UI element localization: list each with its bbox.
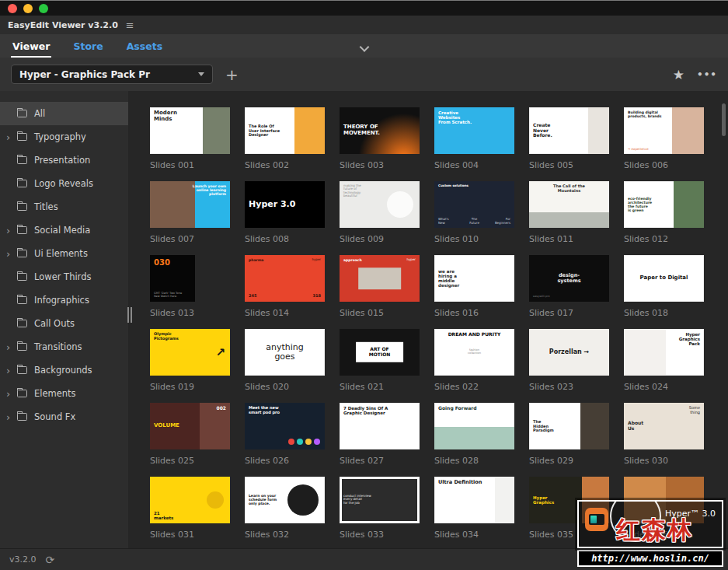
slide-item[interactable]: 21 marketsSlides 031 — [150, 477, 230, 540]
slide-thumbnail[interactable]: Custom solutionsWhat's NewThe FutureFor … — [434, 181, 514, 228]
slide-thumbnail[interactable]: Create Never Before. — [529, 107, 609, 154]
slide-thumbnail[interactable]: eco-friendly architecture the future is … — [624, 181, 704, 228]
zoom-window-button[interactable] — [39, 4, 48, 13]
slide-item[interactable]: THEORY OF MOVEMENT.Slides 003 — [340, 107, 420, 170]
slide-thumbnail[interactable]: conduct interview every detail for the j… — [340, 477, 420, 523]
sidebar-item-logo-reveals[interactable]: Logo Reveals — [0, 172, 128, 195]
minimize-window-button[interactable] — [23, 4, 33, 13]
slide-thumbnail[interactable]: DREAM AND PURITYfashion collection — [434, 329, 514, 376]
chevron-right-icon[interactable]: › — [6, 389, 10, 399]
pack-selector-dropdown[interactable]: Hyper - Graphics Pack Pr — [11, 65, 213, 84]
sidebar-item-typography[interactable]: ›Typography — [0, 125, 128, 149]
slide-item[interactable]: About UsSome thingSlides 030 — [624, 403, 704, 466]
sidebar-item-elements[interactable]: ›Elements — [0, 382, 128, 405]
slide-thumbnail[interactable]: 7 Deadly Sins Of A Graphic Designer — [340, 403, 420, 449]
slide-item[interactable]: we are hiring a middle designerSlides 01… — [434, 255, 514, 318]
slide-item[interactable]: Porzellan →Slides 023 — [529, 329, 609, 392]
slide-thumbnail[interactable]: Modern Minds — [150, 107, 230, 154]
slide-item[interactable]: 7 Deadly Sins Of A Graphic DesignerSlide… — [340, 403, 420, 466]
sidebar-item-call-outs[interactable]: Call Outs — [0, 312, 128, 335]
slide-thumbnail[interactable]: VOLUME002 — [150, 403, 230, 449]
slide-item[interactable]: Hyper Graphics PackSlides 024 — [624, 329, 704, 392]
slide-item[interactable]: VOLUME002Slides 025 — [150, 403, 230, 466]
slide-thumbnail[interactable]: Learn on your schedule form only place. — [245, 477, 325, 523]
sidebar-item-presentation[interactable]: Presentation — [0, 149, 128, 172]
slide-thumbnail[interactable]: approachhyper — [340, 255, 420, 302]
slide-item[interactable]: DREAM AND PURITYfashion collectionSlides… — [434, 329, 514, 392]
slide-thumbnail[interactable]: pharmahyper245318 — [245, 255, 325, 302]
slide-item[interactable]: Meet the new smart pod proSlides 026 — [245, 403, 325, 466]
slide-item[interactable]: Ultra DefinitionSlides 034 — [434, 477, 514, 540]
chevron-right-icon[interactable]: › — [6, 342, 10, 352]
slide-thumbnail[interactable]: anything goes — [245, 329, 325, 376]
slide-thumbnail[interactable]: Hyper Graphics Pack — [624, 329, 704, 376]
slide-thumbnail[interactable]: Paper to Digital — [624, 255, 704, 302]
slide-item[interactable]: Launch your own online learning platform… — [150, 181, 230, 244]
slide-item[interactable]: design- systemseasyedit.proSlides 017 — [529, 255, 609, 318]
slide-item[interactable]: ART OF MOTIONSlides 021 — [340, 329, 420, 392]
chevron-right-icon[interactable]: › — [6, 249, 10, 259]
slide-item[interactable]: Building digital products, brands→ exper… — [624, 107, 704, 170]
slide-item[interactable]: Create Never Before.Slides 005 — [529, 107, 609, 170]
slide-item[interactable]: anything goesSlides 020 — [245, 329, 325, 392]
slide-thumbnail[interactable]: Launch your own online learning platform — [150, 181, 230, 228]
tab-viewer[interactable]: Viewer — [11, 35, 51, 58]
favorite-star-icon[interactable]: ★ — [673, 67, 684, 82]
slide-item[interactable]: Olympic Pictograms↗Slides 019 — [150, 329, 230, 392]
more-options-icon[interactable]: ••• — [697, 69, 717, 80]
slide-thumbnail[interactable]: making the future of technology beautifu… — [340, 181, 420, 228]
add-pack-button[interactable]: + — [225, 67, 239, 82]
slide-item[interactable]: Modern MindsSlides 001 — [150, 107, 230, 170]
slide-thumbnail[interactable]: The Role Of User Interface Designer — [245, 107, 325, 154]
slide-item[interactable]: conduct interview every detail for the j… — [340, 477, 420, 540]
chevron-right-icon[interactable]: › — [6, 365, 10, 376]
vertical-scrollbar[interactable] — [722, 103, 726, 136]
slide-item[interactable]: Hyper 3.0Slides 008 — [245, 181, 325, 244]
slide-item[interactable]: The Call of the MountainsSlides 011 — [529, 181, 609, 244]
sidebar-item-all[interactable]: All — [0, 102, 128, 125]
chevron-right-icon[interactable]: › — [6, 226, 10, 236]
tab-store[interactable]: Store — [71, 35, 104, 58]
slide-item[interactable]: making the future of technology beautifu… — [340, 181, 420, 244]
slide-thumbnail[interactable]: design- systemseasyedit.pro — [529, 255, 609, 302]
slide-item[interactable]: Custom solutionsWhat's NewThe FutureFor … — [434, 181, 514, 244]
refresh-icon[interactable]: ⟳ — [46, 554, 55, 566]
slide-item[interactable]: Creative Websites From Scratch.Slides 00… — [434, 107, 514, 170]
chevron-right-icon[interactable]: › — [6, 132, 10, 142]
sidebar-item-transitions[interactable]: ›Transitions — [0, 335, 128, 358]
tab-assets[interactable]: Assets — [125, 35, 164, 58]
slide-thumbnail[interactable]: we are hiring a middle designer — [434, 255, 514, 302]
slide-thumbnail[interactable]: Porzellan → — [529, 329, 609, 376]
slide-thumbnail[interactable]: Going Forward — [434, 403, 514, 449]
sidebar-item-sound-fx[interactable]: ›Sound Fx — [0, 405, 128, 428]
chevron-down-icon[interactable] — [359, 42, 369, 52]
slide-item[interactable]: Paper to DigitalSlides 018 — [624, 255, 704, 318]
slide-item[interactable]: 030GMT 'Dark' Two Tone New Watch HereSli… — [150, 255, 230, 318]
close-window-button[interactable] — [8, 4, 17, 13]
slide-item[interactable]: The Role Of User Interface DesignerSlide… — [245, 107, 325, 170]
slide-thumbnail[interactable]: ART OF MOTION — [340, 329, 420, 376]
slide-item[interactable]: Going ForwardSlides 028 — [434, 403, 514, 466]
slide-thumbnail[interactable]: Creative Websites From Scratch. — [434, 107, 514, 154]
slide-thumbnail[interactable]: Hyper 3.0 — [245, 181, 325, 228]
slide-thumbnail[interactable]: Meet the new smart pod pro — [245, 403, 325, 449]
slide-thumbnail[interactable]: The Call of the Mountains — [529, 181, 609, 228]
slide-item[interactable]: pharmahyper245318Slides 014 — [245, 255, 325, 318]
slide-thumbnail[interactable]: THEORY OF MOVEMENT. — [340, 107, 420, 154]
slide-item[interactable]: Learn on your schedule form only place.S… — [245, 477, 325, 540]
sidebar-item-social-media[interactable]: ›Social Media — [0, 219, 128, 242]
sidebar-item-titles[interactable]: Titles — [0, 195, 128, 219]
slide-item[interactable]: approachhyperSlides 015 — [340, 255, 420, 318]
slide-thumbnail[interactable]: The Hidden Paradigm — [529, 403, 609, 449]
menu-icon[interactable]: ≡ — [126, 20, 134, 30]
slide-thumbnail[interactable]: Building digital products, brands→ exper… — [624, 107, 704, 154]
slide-item[interactable]: eco-friendly architecture the future is … — [624, 181, 704, 244]
slide-thumbnail[interactable]: Ultra Definition — [434, 477, 514, 523]
slide-thumbnail[interactable]: Olympic Pictograms↗ — [150, 329, 230, 376]
chevron-right-icon[interactable]: › — [6, 412, 10, 422]
slide-thumbnail[interactable]: 030GMT 'Dark' Two Tone New Watch Here — [150, 255, 230, 302]
slide-item[interactable]: The Hidden ParadigmSlides 029 — [529, 403, 609, 466]
sidebar-item-ui-elements[interactable]: ›Ui Elements — [0, 242, 128, 265]
sidebar-item-backgrounds[interactable]: ›Backgrounds — [0, 358, 128, 382]
slide-thumbnail[interactable]: About UsSome thing — [624, 403, 704, 449]
